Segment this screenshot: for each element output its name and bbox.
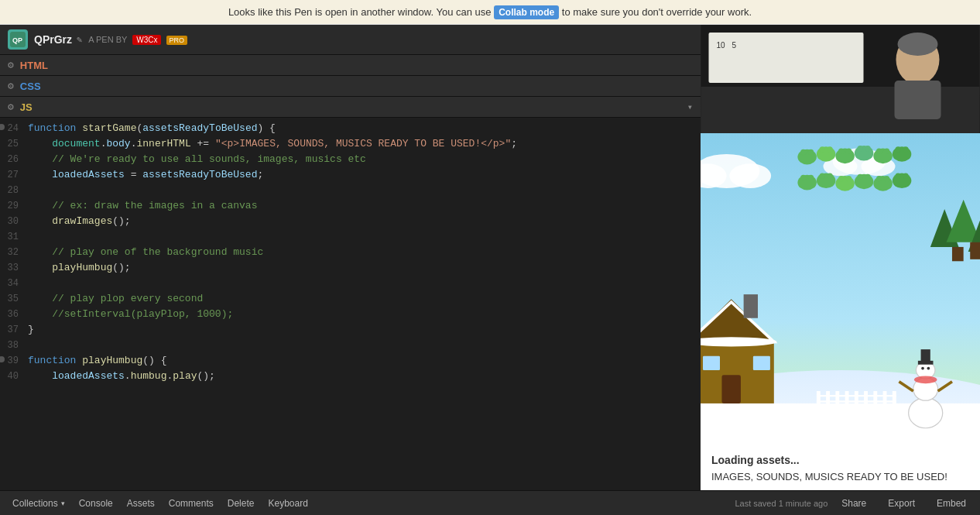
collapse-button[interactable]: ▾ xyxy=(687,101,693,113)
svg-point-61 xyxy=(820,173,825,178)
html-tab[interactable]: ⚙ HTML xyxy=(0,55,701,76)
svg-point-64 xyxy=(838,176,844,181)
assets-button[interactable]: Assets xyxy=(121,495,161,512)
svg-point-73 xyxy=(896,173,901,178)
export-button[interactable]: Export xyxy=(880,495,923,512)
svg-point-80 xyxy=(921,367,924,370)
svg-point-42 xyxy=(817,146,835,162)
bottom-right-actions: Last saved 1 minute ago Share Export Emb… xyxy=(735,495,974,512)
line-content: playHumbug(); xyxy=(28,260,701,276)
video-placeholder: 10 5 xyxy=(701,25,980,133)
css-tab[interactable]: ⚙ CSS xyxy=(0,76,701,97)
svg-point-39 xyxy=(797,149,816,165)
svg-rect-4 xyxy=(709,33,864,83)
right-panel: 10 5 xyxy=(701,25,980,490)
svg-point-55 xyxy=(896,146,901,152)
video-section: 10 5 xyxy=(701,25,980,133)
line-content: // We're ready to use all sounds, images… xyxy=(28,152,701,167)
svg-point-62 xyxy=(827,173,832,178)
pro-badge: PRO xyxy=(166,36,188,45)
js-label: JS xyxy=(20,101,33,113)
comments-button[interactable]: Comments xyxy=(163,495,220,512)
svg-point-58 xyxy=(800,175,806,180)
line-content: //setInterval(playPlop, 1000); xyxy=(28,307,701,322)
svg-rect-79 xyxy=(921,349,930,362)
line-content: function startGame(assetsReadyToBeUsed) … xyxy=(28,121,701,136)
collections-button[interactable]: Collections ▾ xyxy=(6,495,71,512)
svg-rect-28 xyxy=(721,375,740,403)
console-button[interactable]: Console xyxy=(73,495,119,512)
svg-point-44 xyxy=(827,146,832,152)
code-line: 37 } xyxy=(0,322,701,338)
line-number: 29 xyxy=(0,198,28,214)
output-text-section: Loading assets... IMAGES, SOUNDS, MUSICS… xyxy=(701,446,980,490)
notification-text: Looks like this Pen is open in another w… xyxy=(228,6,752,18)
line-content xyxy=(28,183,701,198)
code-editor[interactable]: 24 function startGame(assetsReadyToBeUse… xyxy=(0,118,701,490)
delete-button[interactable]: Delete xyxy=(221,495,261,512)
svg-point-69 xyxy=(873,176,892,191)
svg-point-82 xyxy=(914,376,937,383)
code-line: 36 //setInterval(playPlop, 1000); xyxy=(0,307,701,322)
code-line: 28 xyxy=(0,183,701,198)
svg-point-49 xyxy=(858,146,863,151)
code-lines: 24 function startGame(assetsReadyToBeUse… xyxy=(0,118,701,387)
code-line: 24 function startGame(assetsReadyToBeUse… xyxy=(0,121,701,136)
line-number: 25 xyxy=(0,136,28,152)
notification-bar: Looks like this Pen is open in another w… xyxy=(0,0,980,25)
code-line: 27 loadedAssets = assetsReadyToBeUsed; xyxy=(0,167,701,183)
line-number: 26 xyxy=(0,152,28,167)
line-number: 28 xyxy=(0,183,28,198)
logo-icon: QP xyxy=(8,29,28,50)
svg-point-53 xyxy=(884,149,889,154)
line-content: // play one of the background music xyxy=(28,245,701,260)
gear-icon-html[interactable]: ⚙ xyxy=(8,59,14,71)
keyboard-button[interactable]: Keyboard xyxy=(262,495,314,512)
svg-rect-87 xyxy=(835,391,839,408)
svg-point-67 xyxy=(858,174,863,180)
svg-rect-91 xyxy=(873,391,877,408)
svg-rect-90 xyxy=(864,391,868,408)
svg-rect-20 xyxy=(952,247,964,261)
svg-text:5: 5 xyxy=(732,41,737,50)
code-line: 26 // We're ready to use all sounds, ima… xyxy=(0,152,701,167)
app-header: QP QPrGrz ✎ A PEN BY W3Cx PRO xyxy=(0,25,701,55)
edit-icon[interactable]: ✎ xyxy=(77,34,82,46)
line-number: 35 xyxy=(0,291,28,307)
line-number: 32 xyxy=(0,245,28,260)
collab-badge: Collab mode xyxy=(494,5,559,19)
line-content: loadedAssets.humbug.play(); xyxy=(28,369,701,384)
svg-point-52 xyxy=(876,149,882,154)
svg-point-74 xyxy=(903,173,908,178)
svg-text:10: 10 xyxy=(717,41,726,50)
code-line: 40 loadedAssets.humbug.play(); xyxy=(0,369,701,384)
line-number: 30 xyxy=(0,214,28,229)
share-button[interactable]: Share xyxy=(834,495,874,512)
svg-point-60 xyxy=(817,173,835,188)
svg-point-50 xyxy=(865,146,870,151)
line-number: 34 xyxy=(0,276,28,291)
pen-title: QPrGrz xyxy=(34,33,72,46)
svg-point-40 xyxy=(800,149,806,155)
embed-button[interactable]: Embed xyxy=(929,495,974,512)
main-area: QP QPrGrz ✎ A PEN BY W3Cx PRO ⚙ HTML ⚙ C… xyxy=(0,25,980,490)
js-tab[interactable]: ⚙ JS ▾ xyxy=(0,97,701,118)
svg-point-41 xyxy=(808,149,814,155)
svg-point-47 xyxy=(846,149,852,154)
w3cx-badge: W3Cx xyxy=(132,35,161,45)
svg-text:QP: QP xyxy=(12,36,22,44)
loading-text: Loading assets... xyxy=(711,454,969,466)
gear-icon-css[interactable]: ⚙ xyxy=(8,80,14,92)
line-content: document.body.innerHTML += "<p>IMAGES, S… xyxy=(28,136,701,152)
left-panel: QP QPrGrz ✎ A PEN BY W3Cx PRO ⚙ HTML ⚙ C… xyxy=(0,25,701,490)
code-line: 39 function playHumbug() { xyxy=(0,353,701,369)
line-content xyxy=(28,229,701,245)
code-line: 32 // play one of the background music xyxy=(0,245,701,260)
svg-point-65 xyxy=(846,176,852,181)
gear-icon-js[interactable]: ⚙ xyxy=(8,101,14,113)
svg-rect-88 xyxy=(845,391,849,408)
line-content: drawImages(); xyxy=(28,214,701,229)
svg-point-51 xyxy=(873,149,892,164)
code-line: 30 drawImages(); xyxy=(0,214,701,229)
bottom-bar: Collections ▾ Console Assets Comments De… xyxy=(0,490,980,515)
